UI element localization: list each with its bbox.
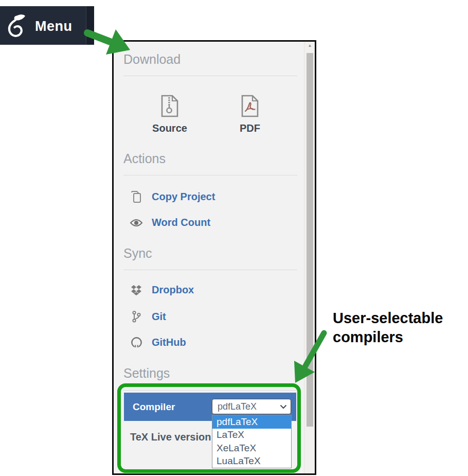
compiler-dropdown-list: pdfLaTeX LaTeX XeLaTeX LuaLaTeX — [212, 415, 292, 468]
compiler-label: Compiler — [124, 401, 175, 413]
github-link[interactable]: GitHub — [130, 337, 186, 348]
callout-line-2: compilers — [333, 328, 443, 347]
section-divider — [123, 175, 297, 175]
git-link[interactable]: Git — [130, 310, 166, 323]
github-icon — [130, 337, 143, 348]
zip-file-icon — [160, 95, 179, 117]
git-branch-icon — [130, 310, 143, 323]
screenshot-stage: Menu Download Source — [0, 0, 468, 476]
git-label: Git — [152, 311, 166, 323]
github-label: GitHub — [152, 337, 186, 348]
texlive-version-label: TeX Live version — [130, 431, 211, 443]
download-source-button[interactable]: Source — [147, 95, 193, 134]
compiler-select[interactable]: pdfLaTeX — [212, 399, 291, 414]
download-pdf-button[interactable]: PDF — [227, 95, 273, 134]
callout-line-1: User-selectable — [333, 309, 443, 328]
dropdown-option-latex[interactable]: LaTeX — [212, 429, 291, 442]
overleaf-logo-icon — [7, 14, 26, 39]
dropdown-option-pdflatex[interactable]: pdfLaTeX — [212, 415, 291, 429]
dropbox-link[interactable]: Dropbox — [130, 284, 194, 296]
section-divider — [123, 390, 297, 391]
copy-icon — [130, 190, 143, 203]
dropbox-icon — [130, 284, 143, 296]
annotation-callout: User-selectable compilers — [333, 309, 443, 347]
panel-scrollbar[interactable]: ▲ — [304, 42, 315, 473]
compiler-select-value: pdfLaTeX — [212, 401, 257, 412]
download-pdf-label: PDF — [227, 122, 273, 134]
chevron-down-icon — [280, 404, 287, 409]
pdf-file-icon — [241, 95, 259, 117]
menu-button[interactable]: Menu — [35, 19, 73, 34]
overleaf-menu-panel: Download Source PDF — [112, 40, 316, 475]
scrollbar-up-icon[interactable]: ▲ — [304, 42, 315, 50]
editor-top-menu-bar[interactable]: Menu — [0, 6, 94, 45]
actions-section-heading: Actions — [123, 151, 166, 166]
menu-bar-edge — [86, 6, 94, 45]
dropbox-label: Dropbox — [152, 284, 194, 296]
word-count-link[interactable]: Word Count — [130, 217, 210, 228]
copy-project-label: Copy Project — [152, 191, 215, 203]
sync-section-heading: Sync — [123, 246, 152, 261]
eye-icon — [130, 218, 143, 228]
scrollbar-thumb[interactable] — [307, 53, 313, 427]
dropdown-option-lualatex[interactable]: LuaLaTeX — [212, 455, 291, 468]
download-source-label: Source — [147, 122, 193, 134]
section-divider — [123, 76, 297, 76]
download-section-heading: Download — [123, 52, 181, 67]
word-count-label: Word Count — [152, 217, 210, 228]
settings-section-heading: Settings — [123, 366, 170, 381]
dropdown-option-xelatex[interactable]: XeLaTeX — [212, 442, 291, 455]
copy-project-link[interactable]: Copy Project — [130, 190, 215, 203]
section-divider — [123, 270, 297, 270]
